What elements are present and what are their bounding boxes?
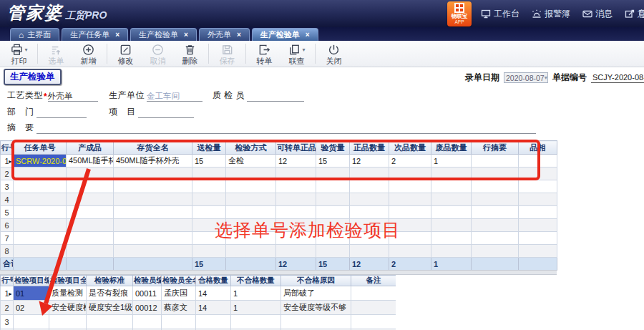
process-type-input[interactable]: 外壳单 <box>48 91 98 102</box>
grid-cell[interactable] <box>519 219 557 232</box>
grid-cell[interactable] <box>49 315 87 329</box>
row-number-cell[interactable]: 3 <box>1 180 14 193</box>
grid-cell[interactable] <box>350 232 389 245</box>
grid-cell[interactable] <box>14 193 67 206</box>
grid-cell[interactable]: 450ML随手杯外壳 <box>114 155 192 168</box>
grid-cell[interactable] <box>472 245 519 258</box>
grid-cell[interactable]: 12 <box>350 155 389 168</box>
grid-cell[interactable] <box>472 219 519 232</box>
grid-cell[interactable] <box>431 206 472 219</box>
row-number-cell[interactable]: 6 <box>1 219 14 232</box>
dropdown-caret-icon[interactable]: ▾ <box>302 47 305 53</box>
grid-cell[interactable]: 硬度安全1级 <box>87 301 133 315</box>
grid-cell[interactable] <box>114 219 192 232</box>
grid-cell[interactable] <box>114 193 192 206</box>
grid-cell[interactable] <box>192 206 226 219</box>
grid-cell[interactable] <box>114 206 192 219</box>
inspector-input[interactable] <box>247 91 304 102</box>
grid-cell[interactable] <box>67 168 114 180</box>
grid-cell[interactable] <box>192 168 226 180</box>
row-number-cell[interactable]: 2 <box>1 301 14 315</box>
grid-cell[interactable] <box>226 168 276 180</box>
grid-cell[interactable] <box>192 219 226 232</box>
grid-cell[interactable]: 质量检测 <box>49 286 87 301</box>
production-unit-input[interactable]: 金工车间 <box>147 91 203 102</box>
grid-cell[interactable] <box>431 193 472 206</box>
dropdown-caret-icon[interactable]: ▾ <box>24 47 27 53</box>
grid-cell[interactable] <box>226 180 276 193</box>
grid-cell[interactable] <box>87 315 133 329</box>
row-number-cell[interactable]: 4 <box>1 193 14 206</box>
grid-cell[interactable] <box>472 168 519 180</box>
grid-cell[interactable] <box>316 232 350 245</box>
grid-cell[interactable] <box>14 206 67 219</box>
grid-cell[interactable] <box>472 180 519 193</box>
grid-cell[interactable] <box>226 193 276 206</box>
grid-cell[interactable]: 450ML随手杯 <box>67 155 114 168</box>
row-number-cell[interactable]: 1► <box>1 286 14 301</box>
grid-cell[interactable] <box>431 232 472 245</box>
tab-doc-4[interactable]: 生产检验单× <box>252 28 318 41</box>
grid-cell[interactable]: 全检 <box>226 155 276 168</box>
grid-cell[interactable] <box>350 219 389 232</box>
grid-cell[interactable] <box>316 180 350 193</box>
department-input[interactable] <box>36 107 87 118</box>
grid-cell[interactable] <box>114 180 192 193</box>
grid-cell[interactable] <box>281 315 351 329</box>
tab-doc-3[interactable]: 外壳单× <box>199 28 250 41</box>
grid-cell[interactable] <box>350 206 389 219</box>
grid-cell[interactable] <box>389 206 431 219</box>
grid-cell[interactable]: 15 <box>192 155 226 168</box>
grid-cell[interactable] <box>276 245 316 258</box>
grid-cell[interactable] <box>519 206 557 219</box>
toolbar-button-add-circle[interactable]: 新增 <box>72 42 104 65</box>
grid-cell[interactable] <box>350 193 389 206</box>
grid-cell[interactable] <box>316 245 350 258</box>
tab-close-icon[interactable]: × <box>184 31 188 39</box>
row-number-cell[interactable]: 3 <box>1 315 14 329</box>
grid-cell[interactable] <box>192 180 226 193</box>
grid-cell[interactable] <box>14 180 67 193</box>
grid-cell[interactable] <box>226 232 276 245</box>
grid-cell[interactable] <box>67 206 114 219</box>
grid-cell[interactable] <box>14 232 67 245</box>
tab-doc-1[interactable]: 生产任务单× <box>62 28 128 41</box>
grid-cell[interactable] <box>519 232 557 245</box>
grid-cell[interactable] <box>389 193 431 206</box>
grid-cell[interactable] <box>350 245 389 258</box>
grid-cell[interactable] <box>431 180 472 193</box>
grid-cell[interactable] <box>114 168 192 180</box>
project-input[interactable] <box>138 107 194 118</box>
grid-cell[interactable] <box>351 301 396 315</box>
grid-cell[interactable] <box>389 180 431 193</box>
grid-cell[interactable] <box>519 245 557 258</box>
grid-cell[interactable] <box>276 232 316 245</box>
grid-cell[interactable]: 局部破了 <box>281 286 351 301</box>
tab-close-icon[interactable]: × <box>115 31 119 39</box>
toolbar-button-printer[interactable]: ▾打印 <box>3 42 35 65</box>
grid-cell[interactable] <box>472 206 519 219</box>
toolbar-button-edit-square[interactable]: 修改 <box>109 42 142 65</box>
horizontal-scrollbar[interactable] <box>0 270 557 275</box>
grid-cell[interactable]: 02 <box>14 301 49 315</box>
grid-cell[interactable] <box>67 245 114 258</box>
grid-cell[interactable] <box>316 193 350 206</box>
grid-cell[interactable] <box>276 180 316 193</box>
grid-cell[interactable] <box>519 168 557 180</box>
quicklink-monitor[interactable]: 工作台 <box>481 8 519 20</box>
tab-home[interactable]: ⌂主界面 <box>10 28 59 41</box>
toolbar-button-trash[interactable]: 删除 <box>174 42 206 65</box>
grid-cell[interactable] <box>14 245 67 258</box>
grid-cell[interactable] <box>519 180 557 193</box>
grid-cell[interactable] <box>472 232 519 245</box>
grid-cell[interactable] <box>316 168 350 180</box>
tab-doc-2[interactable]: 生产检验单× <box>130 28 197 41</box>
grid-cell[interactable]: SCRW-2020-08-07-0 <box>14 155 67 168</box>
grid-cell[interactable] <box>519 193 557 206</box>
grid-cell[interactable] <box>14 168 67 180</box>
grid-cell[interactable]: 蔡彦文 <box>162 301 196 315</box>
grid-cell[interactable] <box>472 155 519 168</box>
quicklink-alarm[interactable]: 报警簿 <box>532 8 570 20</box>
grid-cell[interactable] <box>67 180 114 193</box>
grid-cell[interactable]: 12 <box>276 155 316 168</box>
